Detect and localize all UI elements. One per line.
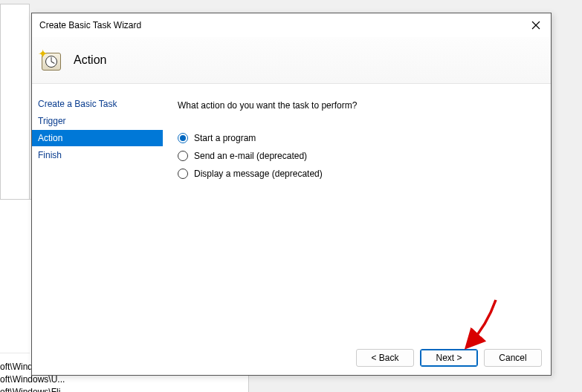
sidebar-item-trigger[interactable]: Trigger <box>32 113 163 129</box>
cancel-button[interactable]: Cancel <box>484 349 542 367</box>
radio-start-program[interactable]: Start a program <box>178 133 536 143</box>
sidebar-item-action[interactable]: Action <box>32 130 163 146</box>
sidebar-item-create-task[interactable]: Create a Basic Task <box>32 96 163 112</box>
sidebar-item-label: Create a Basic Task <box>38 99 117 109</box>
close-button[interactable] <box>528 18 543 33</box>
close-icon <box>531 21 540 30</box>
sidebar-item-label: Trigger <box>38 116 66 126</box>
wizard-header: ✦ Action <box>32 37 551 84</box>
dialog-title: Create Basic Task Wizard <box>39 20 141 30</box>
wizard-step-title: Action <box>74 53 106 67</box>
titlebar: Create Basic Task Wizard <box>32 13 551 37</box>
wizard-content: Create a Basic Task Trigger Action Finis… <box>32 84 551 341</box>
next-button[interactable]: Next > <box>420 349 478 367</box>
wizard-clock-icon: ✦ <box>39 48 63 72</box>
radio-icon <box>178 169 188 179</box>
sidebar-item-finish[interactable]: Finish <box>32 147 163 163</box>
wizard-sidebar: Create a Basic Task Trigger Action Finis… <box>32 84 163 341</box>
wizard-button-bar: < Back Next > Cancel <box>32 341 551 375</box>
button-label: Next > <box>436 353 462 363</box>
radio-label: Send an e-mail (deprecated) <box>194 151 307 161</box>
wizard-main-panel: What action do you want the task to perf… <box>163 84 551 341</box>
radio-icon <box>178 133 188 143</box>
sidebar-item-label: Action <box>38 133 62 143</box>
wizard-prompt: What action do you want the task to perf… <box>178 100 536 111</box>
background-divider <box>0 353 30 353</box>
back-button[interactable]: < Back <box>356 349 414 367</box>
radio-send-email[interactable]: Send an e-mail (deprecated) <box>178 151 536 161</box>
background-row-3: oft\Windows\Fli <box>0 387 60 392</box>
button-label: < Back <box>371 353 398 363</box>
sidebar-item-label: Finish <box>38 150 62 160</box>
radio-display-message[interactable]: Display a message (deprecated) <box>178 169 536 179</box>
wizard-dialog: Create Basic Task Wizard ✦ Action Create… <box>31 13 552 376</box>
background-row-2: oft\Windows\U... <box>0 374 65 385</box>
button-label: Cancel <box>499 353 526 363</box>
radio-label: Display a message (deprecated) <box>194 169 323 179</box>
radio-icon <box>178 151 188 161</box>
radio-label: Start a program <box>194 133 256 143</box>
